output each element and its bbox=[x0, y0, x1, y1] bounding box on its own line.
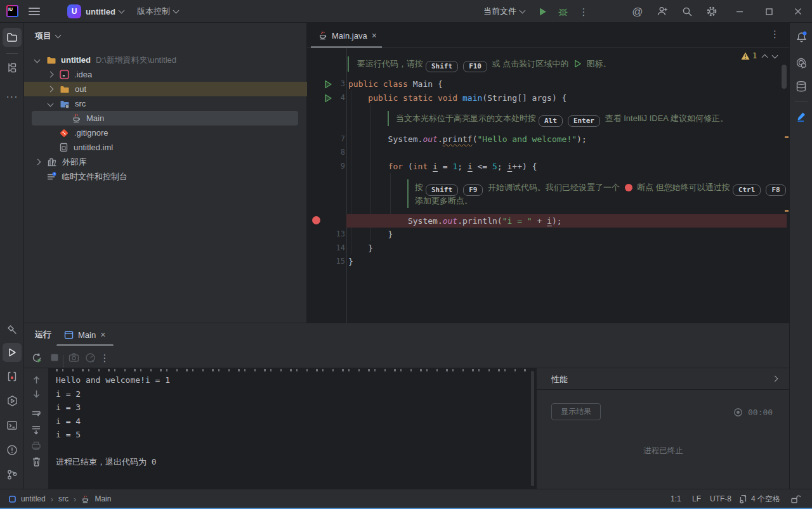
run-configuration-selector[interactable]: 当前文件 bbox=[483, 0, 525, 23]
editor-options-kebab[interactable]: ⋮ bbox=[770, 29, 780, 39]
indent-widget[interactable]: 4 个空格 bbox=[751, 489, 780, 508]
run-button[interactable] bbox=[536, 5, 549, 18]
structure-tool-window-button[interactable] bbox=[3, 58, 22, 77]
breadcrumb-file[interactable]: Main bbox=[95, 494, 111, 503]
breakpoint-icon[interactable] bbox=[312, 216, 320, 224]
breadcrumb-src[interactable]: src bbox=[58, 494, 69, 503]
run-console[interactable]: Hello and welcome!i = 1 i = 2 i = 3 i = … bbox=[24, 368, 536, 489]
show-results-button[interactable]: 显示结果 bbox=[551, 403, 601, 420]
tree-row[interactable]: untitled.iml bbox=[24, 140, 307, 155]
rerun-button[interactable] bbox=[30, 351, 44, 364]
settings-gear-icon[interactable] bbox=[705, 5, 718, 18]
terminal-tool-window-button[interactable] bbox=[3, 416, 22, 435]
build-tool-window-button[interactable] bbox=[3, 320, 22, 339]
indent-icon[interactable] bbox=[738, 489, 748, 508]
project-panel-header[interactable]: 项目 bbox=[35, 28, 60, 44]
main-menu-icon[interactable] bbox=[29, 8, 40, 15]
caret-position-widget[interactable]: 1:1 bbox=[671, 489, 681, 508]
run-tool-window-button[interactable] bbox=[3, 343, 22, 362]
status-bar: untitled › src › Main 1:1 LF UTF-8 4 个空格 bbox=[0, 489, 812, 508]
database-button[interactable] bbox=[792, 77, 811, 96]
breadcrumb[interactable]: untitled › src › Main bbox=[9, 489, 111, 508]
run-tab-main[interactable]: Main × bbox=[59, 323, 110, 346]
run-panel-title[interactable]: 运行 bbox=[35, 329, 51, 340]
onboarding-hint-debug-line2: 添加更多断点。 bbox=[415, 194, 473, 208]
ai-assistant-button[interactable] bbox=[792, 53, 811, 72]
search-icon[interactable] bbox=[681, 5, 693, 18]
idea-folder-icon bbox=[60, 70, 69, 79]
more-actions-button[interactable]: ⋮ bbox=[577, 5, 590, 18]
hint-block-bar bbox=[348, 56, 349, 72]
chevron-down-icon bbox=[55, 32, 62, 38]
console-options-kebab[interactable]: ⋮ bbox=[98, 351, 112, 364]
tree-row[interactable]: Main bbox=[24, 111, 307, 126]
recording-timer: 00:00 bbox=[733, 408, 773, 417]
scroll-to-end-icon[interactable] bbox=[29, 423, 43, 437]
maximize-button[interactable] bbox=[763, 5, 775, 18]
stop-button[interactable] bbox=[48, 351, 62, 364]
write-access-lock-icon[interactable] bbox=[790, 489, 801, 508]
chevron-collapsed-icon[interactable] bbox=[35, 159, 41, 165]
tree-row[interactable]: .idea bbox=[24, 67, 307, 82]
tree-row[interactable]: src bbox=[24, 96, 307, 111]
external-libraries-icon bbox=[47, 157, 57, 167]
inspections-widget[interactable]: 1 bbox=[741, 51, 777, 60]
title-bar: IU U untitled 版本控制 当前文件 ⋮ @ bbox=[0, 0, 812, 23]
code-editor[interactable]: 3 4 7 8 9 13 14 15 要运行代码，请按ShiftF10 或 点击… bbox=[307, 48, 789, 323]
warning-stripe-mark[interactable] bbox=[785, 210, 789, 212]
tree-row[interactable]: .gitignore bbox=[24, 126, 307, 140]
tree-row[interactable]: 临时文件和控制台 bbox=[24, 169, 307, 184]
hint-block-bar bbox=[388, 111, 389, 126]
git-tool-window-button[interactable] bbox=[3, 465, 22, 484]
code-line: } bbox=[348, 255, 353, 269]
tree-row[interactable]: out bbox=[24, 82, 307, 96]
editor-tab-main-java[interactable]: Main.java × bbox=[311, 23, 384, 48]
soft-wrap-icon[interactable] bbox=[29, 407, 43, 421]
profiler-button[interactable] bbox=[83, 351, 97, 364]
toolbar-divider bbox=[63, 355, 63, 368]
next-problem-icon[interactable] bbox=[772, 52, 778, 58]
clear-console-icon[interactable] bbox=[29, 454, 43, 468]
encoding-widget[interactable]: UTF-8 bbox=[710, 489, 731, 508]
performance-panel-header[interactable]: 性能 bbox=[537, 368, 790, 390]
close-tab-icon[interactable]: × bbox=[100, 330, 105, 340]
project-selector[interactable]: untitled bbox=[86, 0, 124, 23]
console-line: i = 2 bbox=[56, 387, 81, 401]
chevron-expanded-icon[interactable] bbox=[34, 57, 41, 63]
more-tool-windows-button[interactable]: ··· bbox=[3, 87, 22, 106]
console-vertical-scrollbar[interactable] bbox=[531, 371, 534, 486]
print-icon[interactable] bbox=[29, 439, 43, 453]
debug-tool-window-button[interactable] bbox=[3, 367, 22, 386]
jump-up-icon[interactable] bbox=[29, 373, 43, 387]
warning-stripe-mark[interactable] bbox=[785, 136, 789, 138]
process-status-text: 进程已终止 bbox=[537, 446, 790, 456]
ai-grazie-icon[interactable]: @ bbox=[631, 5, 644, 18]
console-line: i = 5 bbox=[56, 428, 81, 442]
run-line-icon[interactable] bbox=[324, 80, 332, 89]
debug-button[interactable] bbox=[556, 5, 569, 18]
services-tool-window-button[interactable] bbox=[3, 391, 22, 410]
close-tab-icon[interactable]: × bbox=[372, 30, 377, 41]
breadcrumb-project[interactable]: untitled bbox=[21, 494, 46, 503]
chevron-expanded-icon[interactable] bbox=[48, 101, 54, 107]
problems-tool-window-button[interactable] bbox=[3, 441, 22, 460]
line-ending-widget[interactable]: LF bbox=[692, 489, 701, 508]
editor-scrollbar[interactable] bbox=[782, 65, 787, 89]
vcs-menu[interactable]: 版本控制 bbox=[137, 0, 178, 23]
minimize-button[interactable] bbox=[733, 5, 746, 18]
prev-problem-icon[interactable] bbox=[762, 54, 768, 60]
chevron-collapsed-icon[interactable] bbox=[48, 72, 54, 78]
jump-down-icon[interactable] bbox=[29, 387, 43, 401]
notifications-button[interactable] bbox=[792, 27, 811, 46]
add-user-button[interactable] bbox=[656, 5, 669, 18]
run-line-icon[interactable] bbox=[324, 94, 332, 103]
project-icon bbox=[9, 496, 16, 503]
chevron-right-icon[interactable] bbox=[772, 376, 778, 382]
chevron-collapsed-icon[interactable] bbox=[48, 86, 54, 93]
tree-row[interactable]: 外部库 bbox=[24, 155, 307, 169]
edit-pencil-button[interactable] bbox=[792, 106, 811, 126]
screenshot-button[interactable] bbox=[67, 351, 81, 364]
close-button[interactable] bbox=[792, 5, 804, 18]
project-tool-window-button[interactable] bbox=[3, 28, 22, 47]
tree-row[interactable]: untitled D:\新增資料夹\untitled bbox=[24, 53, 307, 67]
